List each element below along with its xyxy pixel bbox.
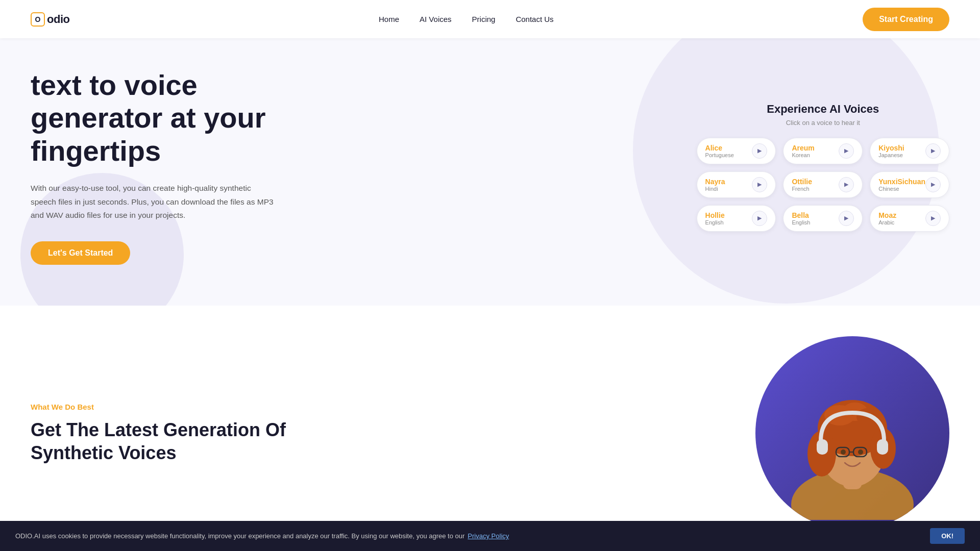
voice-info: Alice Portuguese — [705, 144, 734, 158]
play-button[interactable]: ▶ — [839, 177, 854, 192]
logo[interactable]: O odio — [31, 12, 69, 27]
play-button[interactable]: ▶ — [752, 177, 767, 192]
voice-info: Areum Korean — [792, 144, 814, 158]
voice-lang: Portuguese — [705, 152, 734, 158]
voice-card-moaz[interactable]: Moaz Arabic ▶ — [870, 205, 949, 232]
voice-lang: Chinese — [878, 186, 925, 192]
voice-name: Hollie — [705, 211, 725, 219]
what-title: Get The Latest Generation Of Synthetic V… — [31, 418, 296, 464]
voice-info: Nayra Hindi — [705, 178, 725, 192]
cookie-text: ODIO.AI uses cookies to provide necessar… — [15, 532, 509, 540]
voice-card-yunxisichuan[interactable]: YunxiSichuan Chinese ▶ — [870, 171, 949, 198]
hero-description: With our easy-to-use tool, you can creat… — [31, 182, 276, 222]
cookie-bar: ODIO.AI uses cookies to provide necessar… — [0, 521, 980, 551]
voice-name: Ottilie — [792, 178, 812, 186]
hero-section: text to voice generator at your fingerti… — [0, 38, 980, 306]
voice-card-kiyoshi[interactable]: Kiyoshi Japanese ▶ — [870, 138, 949, 164]
play-button[interactable]: ▶ — [925, 177, 941, 192]
voice-name: Bella — [792, 211, 810, 219]
play-button[interactable]: ▶ — [752, 211, 767, 226]
voice-lang: English — [792, 219, 810, 226]
logo-icon: O — [31, 12, 45, 27]
hero-title: text to voice generator at your fingerti… — [31, 69, 337, 167]
start-creating-button[interactable]: Start Creating — [863, 8, 949, 31]
play-button[interactable]: ▶ — [752, 143, 767, 159]
voice-lang: Hindi — [705, 186, 725, 192]
privacy-policy-link[interactable]: Privacy Policy — [468, 532, 509, 540]
voices-panel-title: Experience AI Voices — [697, 103, 949, 116]
nav-contact[interactable]: Contact Us — [516, 15, 553, 23]
voice-name: YunxiSichuan — [878, 178, 925, 186]
voices-grid: Alice Portuguese ▶ Areum Korean ▶ Kiyosh… — [697, 138, 949, 232]
svg-point-14 — [841, 449, 846, 455]
svg-rect-12 — [817, 439, 828, 455]
navbar: O odio Home AI Voices Pricing Contact Us… — [0, 0, 980, 38]
play-button[interactable]: ▶ — [925, 211, 941, 226]
woman-headphones-illustration — [766, 346, 939, 520]
voice-info: Bella English — [792, 211, 810, 226]
cookie-ok-button[interactable]: OK! — [930, 528, 965, 544]
cookie-message: ODIO.AI uses cookies to provide necessar… — [15, 532, 464, 540]
voice-lang: Japanese — [878, 152, 904, 158]
voices-panel-subtitle: Click on a voice to hear it — [697, 119, 949, 127]
play-button[interactable]: ▶ — [839, 211, 854, 226]
voice-card-ottilie[interactable]: Ottilie French ▶ — [783, 171, 863, 198]
what-section: What We Do Best Get The Latest Generatio… — [0, 306, 980, 551]
voice-card-bella[interactable]: Bella English ▶ — [783, 205, 863, 232]
logo-text: odio — [47, 13, 69, 26]
voice-info: Kiyoshi Japanese — [878, 144, 904, 158]
voice-lang: Korean — [792, 152, 814, 158]
get-started-button[interactable]: Let's Get Started — [31, 241, 130, 265]
voice-info: Ottilie French — [792, 178, 812, 192]
voice-name: Areum — [792, 144, 814, 152]
voice-card-areum[interactable]: Areum Korean ▶ — [783, 138, 863, 164]
voice-info: YunxiSichuan Chinese — [878, 178, 925, 192]
what-image — [755, 336, 949, 530]
svg-point-15 — [858, 449, 863, 455]
voice-info: Moaz Arabic — [878, 211, 896, 226]
svg-rect-13 — [877, 439, 888, 455]
voice-card-alice[interactable]: Alice Portuguese ▶ — [697, 138, 776, 164]
what-label: What We Do Best — [31, 403, 296, 411]
nav-links: Home AI Voices Pricing Contact Us — [379, 15, 554, 23]
play-button[interactable]: ▶ — [925, 143, 941, 159]
voice-lang: Arabic — [878, 219, 896, 226]
voice-name: Nayra — [705, 178, 725, 186]
what-left: What We Do Best Get The Latest Generatio… — [31, 403, 296, 464]
voices-panel: Experience AI Voices Click on a voice to… — [697, 103, 949, 232]
voice-name: Alice — [705, 144, 734, 152]
voice-info: Hollie English — [705, 211, 725, 226]
voice-card-nayra[interactable]: Nayra Hindi ▶ — [697, 171, 776, 198]
hero-left: text to voice generator at your fingerti… — [31, 69, 337, 265]
voice-card-hollie[interactable]: Hollie English ▶ — [697, 205, 776, 232]
voice-name: Moaz — [878, 211, 896, 219]
nav-ai-voices[interactable]: AI Voices — [420, 15, 452, 23]
nav-home[interactable]: Home — [379, 15, 399, 23]
play-button[interactable]: ▶ — [839, 143, 854, 159]
nav-pricing[interactable]: Pricing — [472, 15, 496, 23]
voice-name: Kiyoshi — [878, 144, 904, 152]
voice-lang: English — [705, 219, 725, 226]
voice-lang: French — [792, 186, 812, 192]
